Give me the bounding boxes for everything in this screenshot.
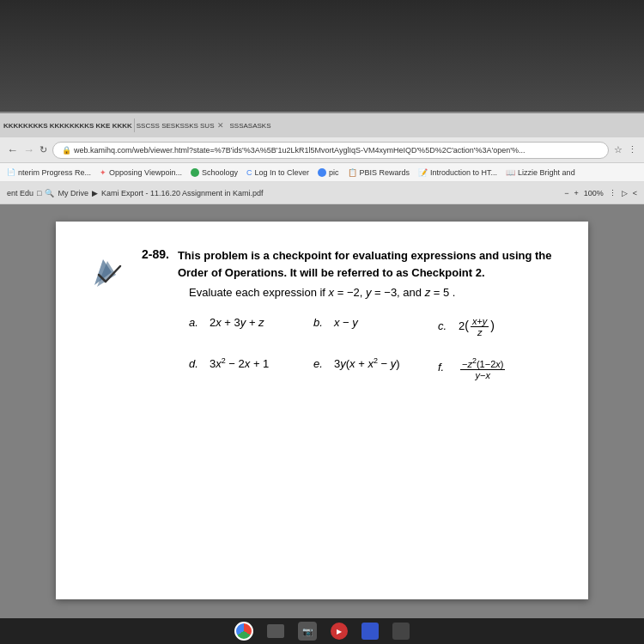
search-icon[interactable]: 🔍 bbox=[45, 189, 54, 197]
browser-window: KKKKKKKKS KKKKKKKKS KKE KKKK SSCSS SESKS… bbox=[0, 112, 644, 618]
camera-icon[interactable]: 📷 bbox=[298, 622, 317, 641]
pdf-toolbar: ent Edu □ 🔍 My Drive ▶ Kami Export - 11.… bbox=[0, 182, 644, 204]
problem-row: 2-89. This problem is a checkpoint for e… bbox=[90, 247, 554, 380]
share-button[interactable]: ▷ bbox=[622, 189, 628, 197]
bookmark-schoology[interactable]: Schoology bbox=[191, 168, 238, 177]
bookmark-pbis[interactable]: 📋 PBIS Rewards bbox=[348, 168, 410, 177]
address-bar: ← → ↻ 🔒 web.kamihq.com/web/viewer.html?s… bbox=[0, 137, 644, 163]
expr-d: d. 3x2 − 2x + 1 bbox=[189, 356, 305, 380]
desk-background bbox=[0, 0, 644, 112]
breadcrumb-arrow: ▶ bbox=[92, 189, 98, 197]
forward-button[interactable]: → bbox=[23, 143, 34, 156]
problem-title: This problem is a checkpoint for evaluat… bbox=[178, 247, 554, 281]
bookmark-opposing[interactable]: ✦ Opposing Viewpoin... bbox=[100, 168, 182, 177]
bookmark-pic[interactable]: pic bbox=[318, 168, 339, 177]
equals-z: = 5 . bbox=[430, 286, 455, 299]
url-text: web.kamihq.com/web/viewer.html?state=%7B… bbox=[74, 146, 526, 155]
menu-icon[interactable]: ⋮ bbox=[628, 144, 637, 155]
expr-c: c. 2(x+yz) bbox=[438, 316, 554, 337]
youtube-icon[interactable]: ▶ bbox=[331, 623, 348, 640]
label-e: e. bbox=[313, 357, 329, 370]
math-b: x − y bbox=[334, 316, 358, 329]
bookmark-label-schoology: Schoology bbox=[202, 168, 238, 177]
my-drive-link[interactable]: My Drive bbox=[58, 189, 88, 197]
math-f: −z2(1−2x) y−x bbox=[459, 356, 507, 380]
math-e: 3y(x + x2 − y) bbox=[334, 356, 400, 370]
breadcrumb-separator1: □ bbox=[37, 189, 41, 197]
star-icon[interactable]: ☆ bbox=[614, 144, 623, 155]
math-d: 3x2 − 2x + 1 bbox=[210, 356, 269, 370]
download-button[interactable]: < bbox=[633, 189, 637, 197]
toolbar-right-controls: − + 100% ⋮ ▷ < bbox=[564, 189, 637, 197]
bookmark-interim[interactable]: 📄 nterim Progress Re... bbox=[7, 168, 91, 177]
label-f: f. bbox=[438, 361, 453, 374]
lock-icon: 🔒 bbox=[62, 146, 71, 155]
tab-separator bbox=[134, 118, 135, 132]
label-c: c. bbox=[438, 319, 453, 332]
tab-icons-right: SSCSS SESKSSKS SUS bbox=[137, 122, 215, 130]
pdf-content-area: 2-89. This problem is a checkpoint for e… bbox=[0, 204, 644, 620]
expressions-grid: a. 2x + 3y + z b. x − y c. 2(x+yz) bbox=[189, 316, 554, 380]
zoom-out-button[interactable]: − bbox=[564, 189, 568, 197]
back-button[interactable]: ← bbox=[7, 143, 18, 156]
math-c: 2(x+yz) bbox=[459, 316, 495, 337]
evaluate-text: Evaluate each expression if bbox=[189, 286, 329, 299]
reload-button[interactable]: ↻ bbox=[39, 144, 47, 155]
my-drive-label[interactable]: ent Edu bbox=[7, 189, 33, 197]
problem-title-row: 2-89. This problem is a checkpoint for e… bbox=[142, 247, 554, 281]
bookmark-clever[interactable]: C Log In to Clever bbox=[246, 168, 309, 177]
evaluate-statement: Evaluate each expression if x = −2, y = … bbox=[189, 286, 554, 299]
taskbar: 📷 ▶ bbox=[0, 618, 644, 644]
equals-y: = −3, and bbox=[371, 286, 424, 299]
bookmark-label-lizzie: Lizzie Bright and bbox=[518, 168, 575, 177]
bookmark-label-pic: pic bbox=[329, 168, 339, 177]
tab-bar: KKKKKKKKS KKKKKKKKS KKE KKKK SSCSS SESKS… bbox=[0, 113, 644, 137]
bookmark-label-interim: nterim Progress Re... bbox=[18, 168, 91, 177]
label-d: d. bbox=[189, 357, 204, 370]
checkmark-svg bbox=[90, 251, 133, 294]
tab-close-x[interactable]: ✕ bbox=[217, 121, 224, 130]
keyboard-icons: KKKKKKKKS KKKKKKKKS KKE KKKK bbox=[3, 122, 132, 130]
expr-e: e. 3y(x + x2 − y) bbox=[313, 356, 429, 380]
files-icon[interactable] bbox=[267, 624, 284, 638]
bookmark-label-clever: Log In to Clever bbox=[254, 168, 309, 177]
url-bar[interactable]: 🔒 web.kamihq.com/web/viewer.html?state=%… bbox=[52, 142, 609, 159]
zoom-in-button[interactable]: ⋮ bbox=[609, 189, 617, 197]
bookmark-label-opposing: Opposing Viewpoin... bbox=[109, 168, 182, 177]
bookmark-intro[interactable]: 📝 Introduction to HT... bbox=[418, 168, 497, 177]
label-a: a. bbox=[189, 316, 204, 329]
bookmark-lizzie[interactable]: 📖 Lizzie Bright and bbox=[506, 168, 575, 177]
label-b: b. bbox=[313, 316, 329, 329]
folder-icon[interactable] bbox=[361, 623, 379, 640]
chrome-icon[interactable] bbox=[234, 622, 253, 641]
zoom-percent: 100% bbox=[584, 189, 604, 197]
equals-x: = −2, bbox=[334, 286, 366, 299]
problem-number: 2-89. bbox=[142, 247, 169, 261]
pdf-filename: Kami Export - 11.16.20 Assignment in Kam… bbox=[101, 189, 264, 197]
calendar-icon[interactable] bbox=[392, 623, 410, 640]
pdf-path: ent Edu □ 🔍 My Drive ▶ Kami Export - 11.… bbox=[7, 189, 264, 197]
zoom-level: + bbox=[574, 189, 578, 197]
expr-a: a. 2x + 3y + z bbox=[189, 316, 305, 337]
pdf-page: 2-89. This problem is a checkpoint for e… bbox=[56, 222, 588, 599]
expr-b: b. x − y bbox=[313, 316, 429, 337]
expr-f: f. −z2(1−2x) y−x bbox=[438, 356, 554, 380]
bookmark-label-intro: Introduction to HT... bbox=[430, 168, 497, 177]
tab-icons-far: SSSASASKS bbox=[229, 122, 270, 130]
checkmark-area bbox=[90, 251, 133, 297]
bookmarks-bar: 📄 nterim Progress Re... ✦ Opposing Viewp… bbox=[0, 163, 644, 182]
bookmark-label-pbis: PBIS Rewards bbox=[360, 168, 410, 177]
math-a: 2x + 3y + z bbox=[210, 316, 264, 329]
problem-main: 2-89. This problem is a checkpoint for e… bbox=[142, 247, 554, 380]
